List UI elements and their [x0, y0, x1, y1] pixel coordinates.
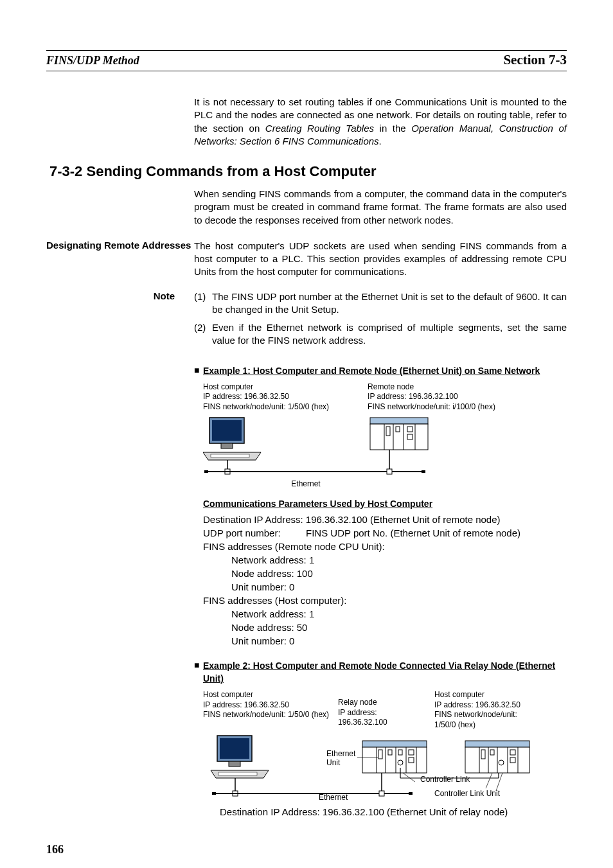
- page-number: 166: [46, 843, 567, 856]
- comm-l10: Unit number: 0: [231, 634, 567, 648]
- svg-rect-18: [407, 434, 413, 439]
- ex1-svg: [203, 412, 563, 477]
- intro-paragraph: It is not necessary to set routing table…: [194, 96, 567, 148]
- note-item-2: (2) Even if the Ethernet network is comp…: [194, 321, 567, 348]
- svg-line-46: [403, 773, 415, 782]
- example2-title: Example 2: Host Computer and Remote Node…: [203, 659, 567, 686]
- ex2-clink-svg: Controller Link: [420, 775, 470, 784]
- svg-rect-17: [407, 427, 413, 432]
- section-para: When sending FINS commands from a comput…: [194, 188, 567, 227]
- comm-l4: Network address: 1: [231, 553, 567, 567]
- comm-l8: Network address: 1: [231, 607, 567, 621]
- comm-params: Destination IP Address: 196.36.32.100 (E…: [203, 513, 567, 648]
- ex2-clink-unit-svg: Controller Link Unit: [434, 789, 501, 798]
- intro-italic1: Creating Routing Tables: [265, 123, 374, 134]
- svg-rect-23: [229, 761, 240, 766]
- svg-rect-50: [465, 741, 529, 747]
- note-text-2: Even if the Ethernet network is comprise…: [212, 321, 567, 348]
- ex1-host-l2: IP address: 196.36.32.50: [203, 392, 329, 402]
- svg-rect-8: [422, 470, 425, 473]
- ex2-svg: Ethernet Unit Ethernet Controller Link C…: [203, 731, 576, 801]
- comm-l6: Unit number: 0: [231, 580, 567, 594]
- svg-rect-24: [218, 772, 257, 775]
- ex2-relay-l1: Relay node: [338, 698, 434, 708]
- ex1-host-l1: Host computer: [203, 382, 329, 393]
- ex2-ethernet-svg: Ethernet: [319, 793, 348, 801]
- svg-rect-44: [379, 791, 384, 796]
- svg-rect-60: [510, 750, 515, 755]
- svg-rect-61: [510, 757, 515, 763]
- svg-rect-31: [362, 747, 427, 773]
- svg-rect-41: [409, 750, 414, 755]
- intro-end: .: [379, 136, 382, 146]
- designating-para: The host computer's UDP sockets are used…: [194, 240, 567, 279]
- ex2-host-l2: IP address: 196.36.32.50: [203, 700, 338, 711]
- svg-rect-42: [409, 757, 414, 763]
- svg-rect-39: [398, 750, 402, 755]
- header-row: FINS/UDP Method Section 7-3: [46, 52, 567, 68]
- svg-rect-38: [388, 750, 392, 755]
- ex1-remote-l3: FINS network/node/unit: i/100/0 (hex): [368, 402, 495, 412]
- note-label: Note: [46, 290, 194, 353]
- svg-rect-2: [221, 443, 233, 448]
- intro-mid: in the: [374, 123, 411, 134]
- svg-text:Unit: Unit: [326, 758, 341, 767]
- svg-rect-27: [212, 792, 216, 795]
- svg-rect-20: [387, 469, 392, 474]
- note-item-1: (1) The FINS UDP port number at the Ethe…: [194, 290, 567, 317]
- comm-l5: Node address: 100: [231, 567, 567, 580]
- svg-point-59: [499, 760, 504, 765]
- ex2-host2-l1: Host computer: [434, 690, 550, 700]
- svg-rect-37: [378, 750, 382, 759]
- comm-l2b: FINS UDP port No. (Ethernet Unit of remo…: [306, 526, 520, 540]
- comm-l1: Destination IP Address: 196.36.32.100 (E…: [203, 513, 567, 526]
- bullet-icon-2: ■: [194, 659, 203, 686]
- note-text-1: The FINS UDP port number at the Ethernet…: [212, 290, 567, 317]
- note-num-1: (1): [194, 290, 212, 317]
- ex2-host2-l2: IP address: 196.36.32.50: [434, 700, 550, 711]
- header-right: Section 7-3: [503, 52, 567, 68]
- ex2-dest: Destination IP Address: 196.36.32.100 (E…: [220, 806, 567, 817]
- ex1-remote-l2: IP address: 196.36.32.100: [368, 392, 495, 402]
- svg-rect-1: [212, 420, 242, 441]
- bullet-icon: ■: [194, 364, 203, 377]
- ex2-host-l1: Host computer: [203, 690, 338, 700]
- svg-rect-15: [386, 427, 390, 436]
- ex2-relay-l2: IP address:: [338, 708, 434, 718]
- ex1-remote-l1: Remote node: [368, 382, 495, 393]
- comm-l9: Node address: 50: [231, 621, 567, 634]
- example1-title: Example 1: Host Computer and Remote Node…: [203, 364, 540, 377]
- svg-rect-6: [204, 470, 208, 473]
- ex2-eth-unit-svg: Ethernet: [326, 749, 356, 758]
- header-left: FINS/UDP Method: [46, 54, 139, 67]
- svg-rect-58: [490, 750, 494, 755]
- svg-line-63: [496, 773, 502, 791]
- ex2-host2-l4: 1/50/0 (hex): [434, 720, 550, 731]
- svg-line-62: [486, 773, 492, 788]
- header-rule-bottom: [46, 71, 567, 71]
- svg-rect-57: [481, 750, 485, 759]
- ex2-host-l3: FINS network/node/unit: 1/50/0 (hex): [203, 710, 338, 720]
- ex1-host-l3: FINS network/node/unit: 1/50/0 (hex): [203, 402, 329, 412]
- svg-point-40: [398, 760, 403, 765]
- header-rule-top: [46, 50, 567, 51]
- comm-l3: FINS addresses (Remote node CPU Unit):: [203, 540, 567, 553]
- svg-rect-22: [220, 738, 249, 759]
- example2-diagram: Host computer IP address: 196.36.32.50 F…: [203, 690, 567, 801]
- svg-rect-9: [370, 418, 428, 424]
- svg-rect-29: [409, 792, 413, 795]
- comm-title: Communications Parameters Used by Host C…: [203, 499, 567, 509]
- note-num-2: (2): [194, 321, 212, 348]
- ex1-ethernet-label: Ethernet: [242, 479, 370, 488]
- ex2-relay-l3: 196.36.32.100: [338, 718, 434, 728]
- example1-diagram: Host computer IP address: 196.36.32.50 F…: [203, 382, 567, 488]
- sidebar-designating: Designating Remote Addresses: [46, 240, 194, 279]
- section-heading: 7-3-2 Sending Commands from a Host Compu…: [49, 163, 567, 180]
- svg-rect-16: [396, 427, 400, 432]
- svg-rect-30: [362, 741, 427, 747]
- ex2-host2-l3: FINS network/node/unit:: [434, 710, 550, 720]
- svg-rect-3: [211, 454, 249, 457]
- comm-l2a: UDP port number:: [203, 526, 306, 540]
- comm-l7: FINS addresses (Host computer):: [203, 594, 567, 607]
